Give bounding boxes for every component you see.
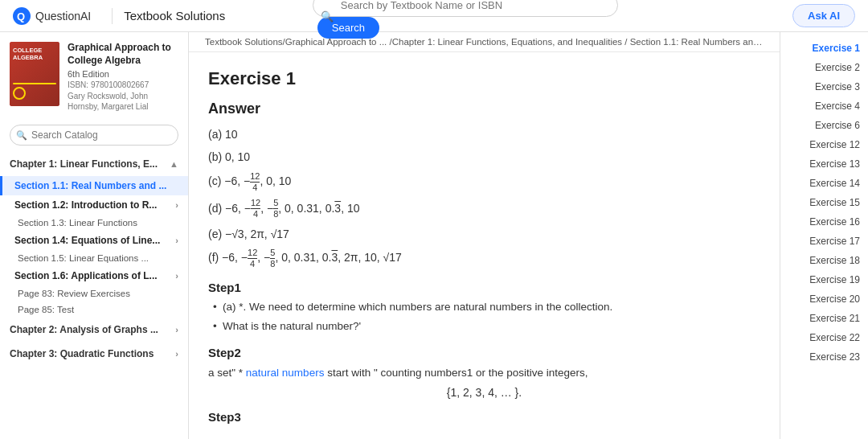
book-isbn: ISBN: 9780100802667 — [68, 80, 178, 89]
exercise-link-6[interactable]: Exercise 6 — [780, 116, 868, 135]
book-cover-circle — [13, 87, 26, 100]
chevron-right-icon-2: › — [175, 236, 178, 245]
chevron-right-icon-ch2: › — [175, 325, 178, 334]
book-cover-decoration — [13, 83, 56, 100]
toc-chapter-2[interactable]: Chapter 2: Analysis of Graphs ... › — [0, 318, 188, 342]
main-layout: COLLEGEALGEBRA Graphical Approach to Col… — [0, 32, 868, 439]
exercise-link-18[interactable]: Exercise 18 — [780, 251, 868, 270]
toc-section-1-6-label: Section 1.6: Applications of L... — [14, 270, 158, 281]
chevron-right-icon: › — [175, 200, 178, 210]
toc-page-83-label: Page 83: Review Exercises — [18, 289, 130, 298]
header-divider — [112, 8, 113, 24]
toc-section-1-4[interactable]: Section 1.4: Equations of Line... › — [0, 231, 188, 250]
answer-f: (f) −6, −124, −58, 0, 0.31, 0.3, 2π, 10,… — [208, 248, 760, 269]
exercise-link-22[interactable]: Exercise 22 — [780, 328, 868, 347]
step2-heading: Step2 — [208, 346, 760, 359]
svg-text:Q: Q — [17, 10, 25, 23]
right-sidebar: Exercise 1 Exercise 2 Exercise 3 Exercis… — [780, 32, 868, 439]
chevron-up-icon: ▲ — [170, 159, 178, 169]
book-authors: Gary Rockswold, John Hornsby, Margaret L… — [68, 91, 178, 112]
header-product-label: Textbook Solutions — [124, 9, 225, 23]
exercise-link-23[interactable]: Exercise 23 — [780, 347, 868, 367]
logo-text: QuestionAI — [35, 10, 91, 23]
exercise-link-1[interactable]: Exercise 1 — [780, 39, 868, 58]
toc-section-1-2[interactable]: Section 1.2: Introduction to R... › — [0, 195, 188, 215]
exercise-link-20[interactable]: Exercise 20 — [780, 289, 868, 309]
exercise-link-19[interactable]: Exercise 19 — [780, 270, 868, 289]
answer-a-label: (a) 10 — [208, 128, 238, 141]
toc-section-1-3[interactable]: Section 1.3: Linear Functions — [0, 215, 188, 231]
exercise-link-14[interactable]: Exercise 14 — [780, 174, 868, 193]
answer-heading: Answer — [208, 101, 760, 117]
step2-text: a set" * natural numbers start with " co… — [208, 364, 760, 382]
book-edition: 6th Edition — [68, 69, 178, 79]
chevron-right-icon-3: › — [175, 271, 178, 281]
chevron-right-icon-ch3: › — [175, 349, 178, 359]
search-input[interactable] — [313, 0, 618, 17]
exercise-link-17[interactable]: Exercise 17 — [780, 232, 868, 251]
search-icon: 🔍 — [321, 10, 334, 22]
answer-e: (e) −√3, 2π, √17 — [208, 225, 760, 243]
book-cover-section: COLLEGEALGEBRA Graphical Approach to Col… — [0, 32, 188, 118]
answer-b-label: (b) 0, 10 — [208, 150, 250, 163]
step1-bullet-2: What is the natural number?' — [208, 318, 760, 334]
toc-section-1-1[interactable]: Section 1.1: Real Numbers and ... — [0, 176, 188, 195]
book-info: Graphical Approach to College Algebra 6t… — [68, 42, 178, 112]
toc-section-1-1-label: Section 1.1: Real Numbers and ... — [14, 180, 166, 191]
toc-section-1-4-label: Section 1.4: Equations of Line... — [14, 235, 160, 246]
exercise-link-13[interactable]: Exercise 13 — [780, 154, 868, 174]
step1-bullet-1: (a) *. We need to determine which number… — [208, 299, 760, 315]
exercise-title: Exercise 1 — [208, 68, 760, 89]
toc-chapter-3[interactable]: Chapter 3: Quadratic Functions › — [0, 342, 188, 366]
book-title: Graphical Approach to College Algebra — [68, 42, 178, 67]
ask-ai-button[interactable]: Ask AI — [792, 4, 855, 27]
exercise-link-16[interactable]: Exercise 16 — [780, 212, 868, 232]
answer-b: (b) 0, 10 — [208, 148, 760, 166]
answer-c-label: (c) −6, −124, 0, 10 — [208, 174, 291, 187]
toc-section-1-6[interactable]: Section 1.6: Applications of L... › — [0, 266, 188, 285]
main-content: Exercise 1 Answer (a) 10 (b) 0, 10 (c) −… — [189, 52, 780, 439]
exercise-link-12[interactable]: Exercise 12 — [780, 135, 868, 154]
answer-d-label: (d) −6, −124, −58, 0, 0.31, 0.3, 10 — [208, 202, 359, 215]
toc-page-83[interactable]: Page 83: Review Exercises — [0, 285, 188, 302]
exercise-link-4[interactable]: Exercise 4 — [780, 96, 868, 116]
toc-page-85-label: Page 85: Test — [18, 305, 74, 314]
left-sidebar: COLLEGEALGEBRA Graphical Approach to Col… — [0, 32, 189, 439]
book-cover-inner: COLLEGEALGEBRA — [10, 42, 59, 106]
step3-heading: Step3 — [208, 410, 760, 424]
catalog-search-wrapper: 🔍 — [0, 118, 188, 152]
center-area: Textbook Solutions/Graphical Approach to… — [189, 32, 780, 439]
header: Q QuestionAI Textbook Solutions 🔍 Search… — [0, 0, 868, 32]
answer-e-label: (e) −√3, 2π, √17 — [208, 228, 289, 240]
catalog-search-icon: 🔍 — [16, 130, 27, 141]
catalog-search-input[interactable] — [10, 125, 178, 146]
step1-heading: Step1 — [208, 281, 760, 294]
toc-chapter-1[interactable]: Chapter 1: Linear Functions, E... ▲ — [0, 152, 188, 176]
toc-chapter-2-label: Chapter 2: Analysis of Graphs ... — [10, 324, 158, 335]
toc-chapter-3-label: Chapter 3: Quadratic Functions — [10, 348, 154, 359]
answer-a: (a) 10 — [208, 125, 760, 143]
toc-section-1-5-label: Section 1.5: Linear Equations ... — [18, 253, 149, 263]
answer-d: (d) −6, −124, −58, 0, 0.31, 0.3, 10 — [208, 198, 760, 220]
toc-section-1-5[interactable]: Section 1.5: Linear Equations ... — [0, 250, 188, 266]
search-wrapper: 🔍 Search — [313, 0, 618, 39]
toc-section-1-3-label: Section 1.3: Linear Functions — [18, 218, 137, 228]
breadcrumb-text: Textbook Solutions/Graphical Approach to… — [205, 37, 780, 47]
questionai-logo-icon: Q — [13, 7, 31, 25]
table-of-contents: Chapter 1: Linear Functions, E... ▲ Sect… — [0, 152, 188, 366]
exercise-link-3[interactable]: Exercise 3 — [780, 77, 868, 96]
answer-f-label: (f) −6, −124, −58, 0, 0.31, 0.3, 2π, 10,… — [208, 251, 402, 264]
book-cover: COLLEGEALGEBRA — [10, 42, 59, 106]
exercise-link-15[interactable]: Exercise 15 — [780, 193, 868, 212]
book-cover-title-text: COLLEGEALGEBRA — [13, 47, 56, 61]
book-cover-line — [13, 83, 56, 84]
natural-numbers-link[interactable]: natural numbers — [246, 367, 325, 379]
toc-page-85[interactable]: Page 85: Test — [0, 302, 188, 318]
set-display: {1, 2, 3, 4, … }. — [208, 386, 760, 399]
exercise-link-2[interactable]: Exercise 2 — [780, 58, 868, 77]
logo: Q QuestionAI — [13, 7, 91, 25]
toc-section-1-2-label: Section 1.2: Introduction to R... — [14, 199, 157, 211]
exercise-link-21[interactable]: Exercise 21 — [780, 309, 868, 328]
answer-c: (c) −6, −124, 0, 10 — [208, 171, 760, 193]
toc-chapter-1-label: Chapter 1: Linear Functions, E... — [10, 158, 158, 170]
